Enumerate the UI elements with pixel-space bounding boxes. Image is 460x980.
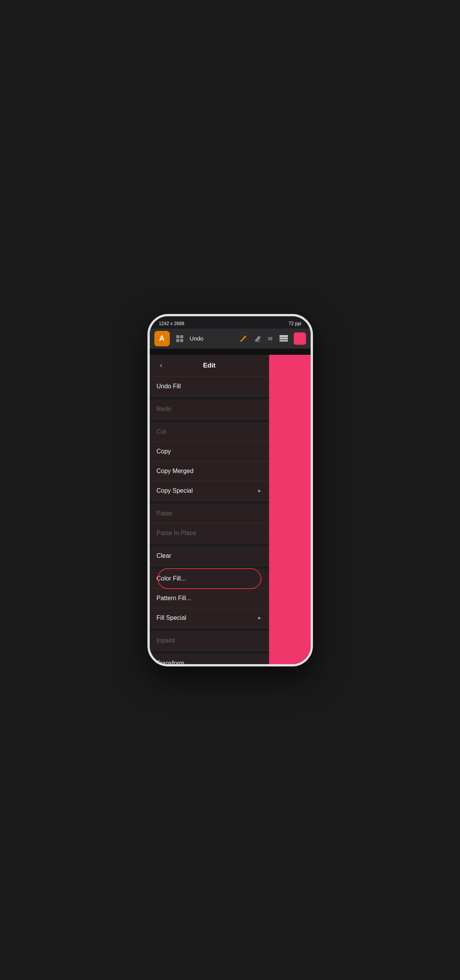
- menu-item-paste-in-place[interactable]: Paste In Place: [150, 524, 269, 543]
- clear-label: Clear: [157, 552, 171, 559]
- fill-special-arrow: ►: [258, 615, 262, 621]
- svg-rect-2: [279, 340, 288, 342]
- dimensions-label: 1242 x 2688: [159, 321, 184, 326]
- separator: [150, 543, 269, 546]
- brush-icon[interactable]: [238, 333, 248, 344]
- inpaint-label: Inpaint: [157, 637, 175, 644]
- brush-size-label: 10: [267, 336, 274, 341]
- separator: [150, 566, 269, 569]
- copy-label: Copy: [157, 448, 171, 455]
- redo-label: Redo: [157, 406, 171, 413]
- menu-item-clear[interactable]: Clear: [150, 546, 269, 566]
- undo-button[interactable]: Undo: [190, 335, 234, 342]
- edit-menu: ‹ Edit Undo Fill Redo Cut Copy Copy Merg…: [150, 355, 269, 666]
- pattern-fill-label: Pattern Fill...: [157, 595, 191, 602]
- paste-label: Paste: [157, 510, 172, 517]
- eraser-icon[interactable]: [252, 333, 263, 344]
- svg-rect-4: [279, 335, 288, 337]
- layers-icon[interactable]: [278, 332, 290, 345]
- menu-item-redo[interactable]: Redo: [150, 399, 269, 419]
- copy-special-arrow: ►: [258, 488, 262, 493]
- copy-merged-label: Copy Merged: [157, 468, 194, 475]
- separator: [150, 396, 269, 399]
- grid-icon[interactable]: [174, 332, 186, 345]
- menu-item-fill-special[interactable]: Fill Special ►: [150, 608, 269, 628]
- menu-item-pattern-fill[interactable]: Pattern Fill...: [150, 589, 269, 608]
- copy-special-label: Copy Special: [157, 487, 193, 494]
- svg-rect-3: [279, 337, 288, 339]
- menu-header: ‹ Edit: [150, 355, 269, 377]
- toolbar: A Undo 10: [150, 329, 311, 349]
- paste-in-place-label: Paste In Place: [157, 530, 196, 537]
- color-swatch[interactable]: [294, 332, 306, 345]
- menu-item-copy-merged[interactable]: Copy Merged: [150, 461, 269, 481]
- color-fill-label: Color Fill...: [157, 575, 186, 582]
- menu-item-copy-special[interactable]: Copy Special ►: [150, 481, 269, 501]
- separator: [150, 501, 269, 504]
- menu-item-undo-fill[interactable]: Undo Fill: [150, 377, 269, 396]
- transform-label: Transform...: [157, 660, 190, 666]
- phone-frame: 1242 x 2688 72 ppi A Undo: [147, 314, 313, 666]
- menu-item-paste[interactable]: Paste: [150, 504, 269, 524]
- svg-point-0: [240, 340, 242, 342]
- separator: [150, 651, 269, 654]
- menu-title: Edit: [167, 362, 252, 369]
- fill-special-label: Fill Special: [157, 614, 186, 621]
- affinity-logo[interactable]: A: [154, 331, 170, 346]
- status-bar: 1242 x 2688 72 ppi: [150, 316, 311, 329]
- cut-label: Cut: [157, 428, 166, 435]
- menu-item-transform[interactable]: Transform...: [150, 654, 269, 666]
- menu-item-inpaint[interactable]: Inpaint: [150, 631, 269, 651]
- menu-back-button[interactable]: ‹: [156, 360, 167, 371]
- menu-item-color-fill[interactable]: Color Fill...: [150, 569, 269, 589]
- separator: [150, 628, 269, 631]
- menu-item-copy[interactable]: Copy: [150, 442, 269, 461]
- menu-item-cut[interactable]: Cut: [150, 422, 269, 442]
- ppi-label: 72 ppi: [289, 321, 301, 326]
- undo-fill-label: Undo Fill: [157, 383, 181, 390]
- separator: [150, 419, 269, 422]
